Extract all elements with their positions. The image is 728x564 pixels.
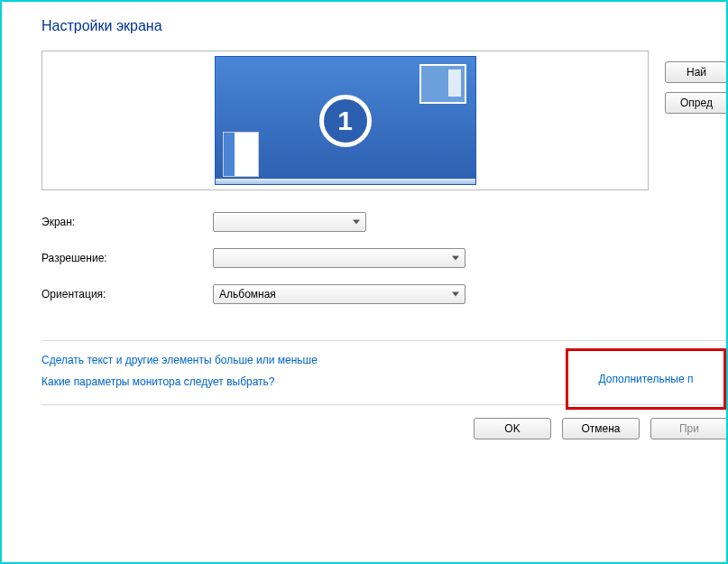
screen-label: Экран: <box>41 216 213 228</box>
apply-button[interactable]: При <box>650 418 728 439</box>
preview-window-icon <box>419 64 466 104</box>
monitor-preview-1[interactable]: 1 <box>215 56 476 185</box>
screen-dropdown[interactable] <box>213 212 366 232</box>
ok-button[interactable]: OK <box>474 418 551 439</box>
footer-buttons: OK Отмена При <box>41 418 728 439</box>
page-title: Настройки экрана <box>41 18 728 34</box>
orientation-dropdown[interactable]: Альбомная <box>213 284 465 304</box>
preview-startmenu-icon <box>223 132 259 177</box>
advanced-settings-highlight: Дополнительные п <box>566 348 726 410</box>
resolution-dropdown[interactable] <box>213 248 465 268</box>
link-advanced-settings[interactable]: Дополнительные п <box>599 373 694 385</box>
monitor-arrangement-box[interactable]: 1 <box>41 51 649 190</box>
cancel-button[interactable]: Отмена <box>562 418 640 439</box>
preview-taskbar-icon <box>216 179 475 184</box>
resolution-label: Разрешение: <box>41 252 213 264</box>
find-button[interactable]: Най <box>665 61 728 83</box>
divider <box>41 340 728 341</box>
orientation-label: Ориентация: <box>41 288 213 300</box>
monitor-number-badge: 1 <box>319 95 372 147</box>
preview-area: 1 Най Опред <box>41 51 728 190</box>
identify-button[interactable]: Опред <box>665 92 728 114</box>
